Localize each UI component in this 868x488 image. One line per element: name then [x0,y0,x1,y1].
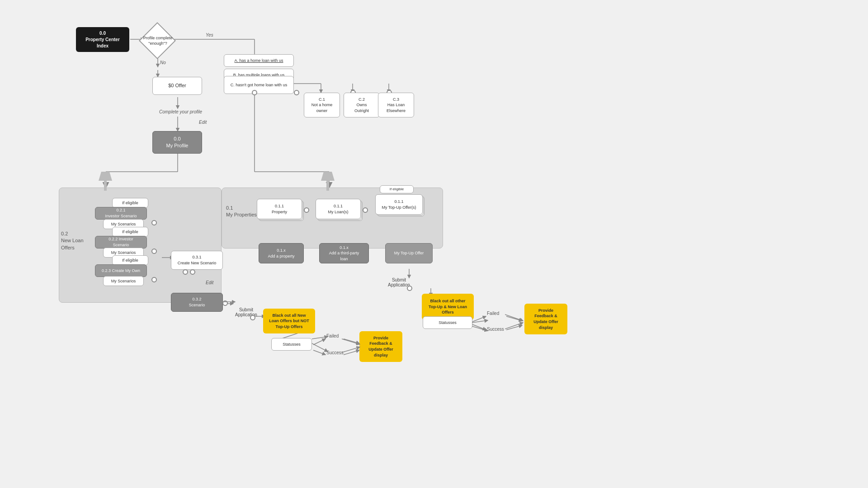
node-statuses-1: Statusses [271,338,312,351]
edit-label-1: Edit [199,120,207,125]
svg-line-41 [312,337,328,339]
node-c3: C.3 Has Loan Elsewhere [378,93,414,117]
topup-eligible-badge: If eligible [380,185,414,193]
node-provide-feedback-2: Provide Feedback & Update Offer display [524,304,567,334]
node-021: 0.2.1 Investor Scenario [95,207,147,220]
circle-031a [183,269,188,275]
big-arrow-to-group02 [99,172,112,191]
node-my-profile: 0.0 My Profile [152,131,202,154]
svg-line-43 [342,339,360,344]
arrow-032-submit [222,298,237,307]
node-add-property: 0.1.x Add a property [259,243,304,263]
node-023-eligible: If eligible [112,255,148,265]
circle-submit1 [250,315,255,320]
svg-line-46 [472,326,488,331]
node-023: 0.2.3 Create My Own [95,264,147,277]
node-021-eligible: If eligible [112,198,148,208]
svg-line-48 [505,323,523,329]
svg-line-47 [505,314,523,321]
big-arrow-to-group01 [321,172,335,191]
group-02-label: 0.2 New Loan Offers [61,230,84,251]
circle-prop [304,207,309,213]
svg-line-42 [312,343,328,352]
arrows-to-feedback1 [342,334,362,355]
svg-marker-50 [321,172,335,191]
node-offer-zero: $0 Offer [152,77,202,95]
arrows-to-feedback2 [505,311,525,331]
svg-line-45 [472,320,488,323]
node-022-eligible: If eligible [112,227,148,237]
circle-c1 [252,90,257,95]
section-c-label: C. hasn't got home loan with us [231,82,287,88]
node-c2: C.2 Owns Outright [344,93,380,117]
no-label: No [160,60,166,65]
failed-2-label: Failed [487,311,499,316]
yes-label: Yes [206,33,213,38]
node-my-topup-offer: My Top-Up Offer [385,243,433,263]
arrows-statuses2 [472,319,490,333]
node-032: 0.3.2 Scenario [171,293,223,312]
circle-submit2 [407,286,412,291]
diamond-label: Profile complete "enough"? [142,36,173,46]
svg-line-44 [342,347,360,352]
complete-profile-label: Complete your profile [159,109,202,114]
node-section-c: C. hasn't got home loan with us [224,76,294,94]
node-022: 0.2.2 Investor Scenario [95,236,147,249]
node-blackout-new: Black out all New Loan Offers but NOT To… [263,309,315,333]
node-statuses-2: Statusses [423,316,472,329]
node-031: 0.3.1 Create New Scenario [171,251,223,270]
section-a-label: A. has a home loan with us [234,58,283,64]
circle-c2 [294,90,299,95]
main-canvas: 0.0 Property Center Index Profile comple… [0,0,868,488]
arrows-statuses1 [312,334,330,357]
node-section-a: A. has a home loan with us [224,54,294,67]
circle-021 [151,220,157,225]
group-01-label: 0.1 My Properties [226,205,257,219]
svg-marker-51 [99,172,112,191]
node-add-loan: 0.1.x Add a third-party loan [319,243,369,263]
node-provide-feedback-1: Provide Feedback & Update Offer display [359,331,402,362]
node-c1: C.1 Not a home owner [304,93,340,117]
submit-app-2-label: SubmitApplication [388,277,410,287]
edit-label-2: Edit [206,280,213,285]
node-start: 0.0 Property Center Index [76,27,129,52]
diamond-profile-complete: Profile complete "enough"? [144,27,172,55]
circle-023 [151,277,157,282]
circle-022 [151,249,157,254]
node-023-scenarios: My Scenarios [103,276,144,286]
circle-031b [190,269,195,275]
circle-loans [363,207,368,213]
